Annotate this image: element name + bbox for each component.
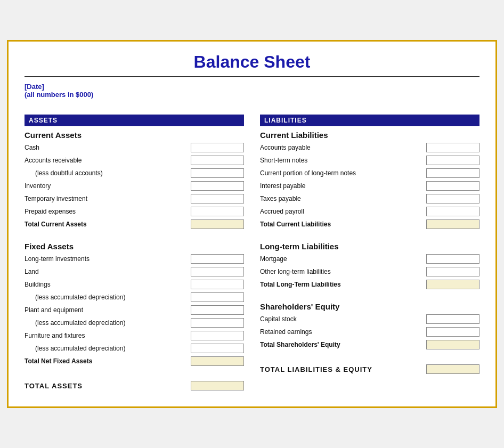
balance-sheet-page: Balance Sheet [Date] (all numbers in $00… — [7, 40, 497, 408]
current-portion-row: Current portion of long-term notes — [260, 167, 479, 179]
total-current-liabilities-label: Total Current Liabilities — [260, 221, 426, 228]
mortgage-input[interactable] — [426, 254, 479, 264]
main-columns: ASSETS Current Assets Cash Accounts rece… — [25, 115, 479, 390]
land-input[interactable] — [191, 267, 244, 276]
accrued-payroll-label: Accrued payroll — [260, 208, 426, 215]
less-doubtful-row: (less doubtful accounts) — [25, 167, 244, 179]
inventory-label: Inventory — [25, 182, 191, 190]
taxes-payable-row: Taxes payable — [260, 193, 479, 205]
less-dep2-row: (less accumulated depreciation) — [25, 317, 244, 329]
interest-payable-input[interactable] — [426, 181, 479, 191]
current-portion-label: Current portion of long-term notes — [260, 169, 426, 177]
retained-earnings-input[interactable] — [426, 327, 479, 337]
temp-investment-label: Temporary investment — [25, 195, 191, 202]
less-dep3-input[interactable] — [191, 344, 244, 353]
capital-stock-input[interactable] — [426, 314, 479, 324]
land-row: Land — [25, 266, 244, 278]
furniture-input[interactable] — [191, 331, 244, 340]
plant-input[interactable] — [191, 305, 244, 315]
longterm-investments-row: Long-term investments — [25, 253, 244, 265]
current-portion-input[interactable] — [426, 168, 479, 178]
total-current-liabilities-input[interactable] — [426, 219, 479, 229]
inventory-row: Inventory — [25, 180, 244, 192]
other-longterm-row: Other long-term liabilities — [260, 266, 479, 278]
accounts-payable-label: Accounts payable — [260, 144, 426, 151]
total-equity-label: Total Shareholders' Equity — [260, 341, 426, 348]
total-fixed-assets-input[interactable] — [191, 356, 244, 366]
assets-header: ASSETS — [25, 115, 244, 126]
prepaid-label: Prepaid expenses — [25, 208, 191, 215]
date-text: [Date] — [25, 83, 44, 91]
taxes-payable-input[interactable] — [426, 194, 479, 203]
accounts-receivable-row: Accounts receivable — [25, 154, 244, 166]
current-liabilities-title: Current Liabilities — [260, 131, 479, 140]
mortgage-label: Mortgage — [260, 255, 426, 263]
less-doubtful-input[interactable] — [191, 168, 244, 178]
cash-row: Cash — [25, 142, 244, 153]
prepaid-input[interactable] — [191, 207, 244, 216]
total-longterm-label: Total Long-Term Liabilities — [260, 281, 426, 288]
accounts-receivable-label: Accounts receivable — [25, 157, 191, 164]
cash-input[interactable] — [191, 143, 244, 152]
total-equity-input[interactable] — [426, 340, 479, 349]
total-current-assets-row: Total Current Assets — [25, 218, 244, 230]
capital-stock-label: Capital stock — [260, 315, 426, 323]
other-longterm-input[interactable] — [426, 267, 479, 276]
longterm-investments-label: Long-term investments — [25, 255, 191, 263]
plant-label: Plant and equipment — [25, 306, 191, 314]
short-term-notes-input[interactable] — [426, 156, 479, 165]
short-term-notes-label: Short-term notes — [260, 157, 426, 164]
longterm-liabilities-title: Long-term Liabilities — [260, 242, 479, 251]
temp-investment-row: Temporary investment — [25, 193, 244, 205]
capital-stock-row: Capital stock — [260, 313, 479, 325]
buildings-row: Buildings — [25, 279, 244, 290]
accounts-payable-input[interactable] — [426, 143, 479, 152]
taxes-payable-label: Taxes payable — [260, 195, 426, 202]
total-assets-row: TOTAL ASSETS — [25, 378, 244, 390]
cash-label: Cash — [25, 144, 191, 151]
plant-row: Plant and equipment — [25, 304, 244, 316]
total-assets-input[interactable] — [191, 381, 244, 390]
less-dep1-label: (less accumulated depreciation) — [25, 294, 191, 301]
equity-title: Shareholders' Equity — [260, 302, 479, 311]
other-longterm-label: Other long-term liabilities — [260, 268, 426, 275]
land-label: Land — [25, 268, 191, 275]
interest-payable-label: Interest payable — [260, 182, 426, 190]
less-dep3-row: (less accumulated depreciation) — [25, 343, 244, 354]
total-longterm-input[interactable] — [426, 280, 479, 289]
less-dep3-label: (less accumulated depreciation) — [25, 345, 191, 352]
liabilities-column: LIABILITIES Current Liabilities Accounts… — [260, 115, 479, 390]
accrued-payroll-row: Accrued payroll — [260, 206, 479, 217]
prepaid-row: Prepaid expenses — [25, 206, 244, 217]
total-equity-row: Total Shareholders' Equity — [260, 339, 479, 351]
less-dep2-input[interactable] — [191, 318, 244, 328]
less-dep1-row: (less accumulated depreciation) — [25, 291, 244, 303]
date-label: [Date] (all numbers in $000) — [25, 83, 479, 99]
furniture-row: Furniture and fixtures — [25, 330, 244, 341]
temp-investment-input[interactable] — [191, 194, 244, 203]
total-liabilities-label: TOTAL LIABILITIES & EQUITY — [260, 365, 372, 373]
assets-column: ASSETS Current Assets Cash Accounts rece… — [25, 115, 244, 390]
total-current-assets-input[interactable] — [191, 219, 244, 229]
total-liabilities-input[interactable] — [426, 364, 479, 374]
mortgage-row: Mortgage — [260, 253, 479, 265]
less-doubtful-label: (less doubtful accounts) — [25, 169, 191, 177]
buildings-input[interactable] — [191, 280, 244, 289]
longterm-investments-input[interactable] — [191, 254, 244, 264]
current-assets-title: Current Assets — [25, 131, 244, 140]
total-current-liabilities-row: Total Current Liabilities — [260, 218, 479, 230]
retained-earnings-label: Retained earnings — [260, 328, 426, 336]
total-fixed-assets-row: Total Net Fixed Assets — [25, 355, 244, 367]
less-dep1-input[interactable] — [191, 292, 244, 302]
accounts-receivable-input[interactable] — [191, 156, 244, 165]
accrued-payroll-input[interactable] — [426, 207, 479, 216]
inventory-input[interactable] — [191, 181, 244, 191]
furniture-label: Furniture and fixtures — [25, 332, 191, 339]
fixed-assets-title: Fixed Assets — [25, 242, 244, 251]
buildings-label: Buildings — [25, 281, 191, 288]
less-dep2-label: (less accumulated depreciation) — [25, 319, 191, 327]
interest-payable-row: Interest payable — [260, 180, 479, 192]
total-fixed-assets-label: Total Net Fixed Assets — [25, 357, 191, 365]
total-current-assets-label: Total Current Assets — [25, 221, 191, 228]
short-term-notes-row: Short-term notes — [260, 154, 479, 166]
